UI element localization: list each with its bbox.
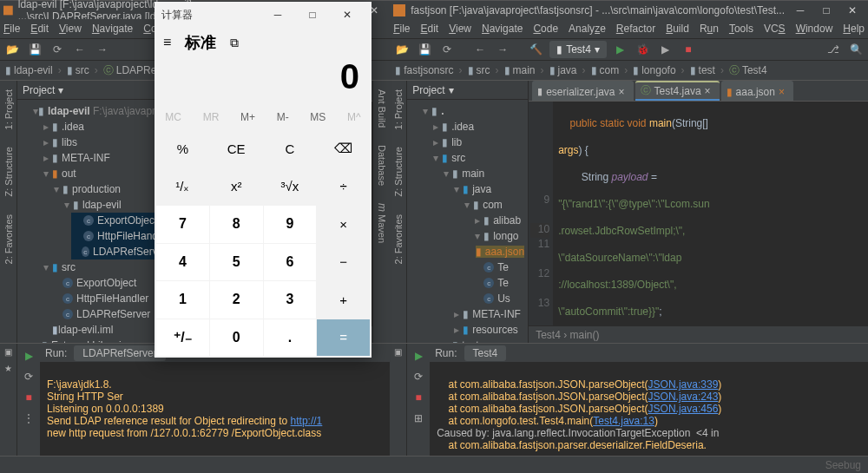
key-2[interactable]: 2 [210, 281, 263, 319]
key-6[interactable]: 6 [264, 244, 317, 281]
menu-window[interactable]: Window [796, 23, 833, 35]
key-dot[interactable]: . [264, 319, 317, 357]
menu-navigate[interactable]: Navigate [482, 23, 523, 35]
crumb-src[interactable]: src [76, 64, 89, 76]
close-button[interactable]: ✕ [840, 2, 865, 19]
key-c[interactable]: C [264, 130, 317, 168]
tool-database[interactable]: Database [377, 140, 387, 191]
key-div[interactable]: ÷ [317, 168, 370, 206]
stop-icon[interactable]: ■ [20, 389, 37, 406]
key-recip[interactable]: ¹/ₓ [156, 168, 209, 206]
key-9[interactable]: 9 [264, 206, 317, 243]
key-backspace[interactable]: ⌫ [317, 130, 370, 168]
hamburger-icon[interactable]: ≡ [163, 35, 171, 50]
key-eq[interactable]: = [317, 319, 370, 357]
tab-deserializer[interactable]: ▮eserializer.java× [532, 81, 633, 101]
rerun-icon[interactable]: ⟳ [410, 368, 427, 385]
menu-run[interactable]: Run [700, 23, 719, 35]
code-body-right[interactable]: public static void main(String[] args) {… [553, 102, 868, 325]
key-mul[interactable]: × [317, 206, 370, 243]
key-4[interactable]: 4 [156, 244, 209, 281]
mem-mminus[interactable]: M- [277, 111, 289, 123]
back-icon[interactable]: ← [471, 41, 489, 58]
build-icon[interactable]: 🔨 [527, 41, 544, 58]
menu-navigate[interactable]: Navigate [92, 23, 133, 35]
tab-aaajson[interactable]: ▮aaa.json× [721, 81, 793, 101]
tool-favorites[interactable]: 2: Favorites [3, 209, 14, 269]
sync-icon[interactable]: ⟳ [438, 41, 456, 58]
tree-root[interactable]: ldap-evil [48, 105, 90, 117]
mem-ms[interactable]: MS [310, 111, 326, 123]
key-7[interactable]: 7 [156, 206, 209, 243]
menu-edit[interactable]: Edit [421, 23, 439, 35]
save-icon[interactable]: 💾 [26, 41, 43, 58]
key-1[interactable]: 1 [156, 281, 209, 319]
run-output-right[interactable]: at com.alibaba.fastjson.JSON.parseObject… [430, 363, 868, 456]
rerun-icon[interactable]: ⟳ [20, 368, 37, 385]
run-config-select[interactable]: ▮Test4▾ [549, 41, 607, 58]
key-3[interactable]: 3 [264, 281, 317, 319]
mem-mplus[interactable]: M+ [240, 111, 255, 123]
tool-project[interactable]: 1: Project [3, 84, 14, 135]
key-sub[interactable]: − [317, 244, 370, 281]
coverage-icon[interactable]: ▶ [657, 41, 674, 58]
mem-mc[interactable]: MC [165, 111, 181, 123]
menu-file[interactable]: File [3, 23, 20, 35]
menu-view[interactable]: View [59, 23, 82, 35]
search-icon[interactable]: 🔍 [847, 41, 865, 58]
crumb-root[interactable]: ldap-evil [14, 64, 53, 76]
tool-structure[interactable]: Z: Structure [3, 141, 14, 201]
key-neg[interactable]: ⁺/₋ [156, 319, 209, 357]
run-icon[interactable]: ▶ [410, 347, 427, 365]
run-config-tab[interactable]: Test4 [464, 345, 507, 361]
tool-antbuild[interactable]: Ant Build [377, 84, 387, 133]
menu-analyze[interactable]: Analyze [569, 23, 606, 35]
run-link[interactable]: http://1 [291, 415, 323, 427]
more-icon[interactable]: ⋮ [20, 410, 37, 427]
menu-vcs[interactable]: VCS [764, 23, 786, 35]
key-cuberoot[interactable]: ³√x [264, 168, 317, 206]
menu-tools[interactable]: Tools [729, 23, 753, 35]
save-icon[interactable]: 💾 [416, 41, 433, 58]
open-icon[interactable]: 📂 [3, 41, 21, 58]
back-icon[interactable]: ← [71, 41, 89, 58]
minimize-button[interactable]: ─ [260, 2, 295, 28]
key-add[interactable]: + [317, 281, 370, 319]
key-percent[interactable]: % [156, 130, 209, 168]
layout-icon[interactable]: ⊞ [410, 410, 427, 427]
open-icon[interactable]: 📂 [393, 41, 411, 58]
menu-build[interactable]: Build [666, 23, 689, 35]
debug-icon[interactable]: 🐞 [635, 41, 652, 58]
git-icon[interactable]: ⎇ [825, 41, 842, 58]
mem-mhat[interactable]: M^ [347, 111, 361, 123]
tool-maven[interactable]: m Maven [376, 198, 388, 248]
project-tree-right[interactable]: ▾▮. ▸▮.idea ▸▮lib ▾▮src ▾▮main ▾▮java ▾▮… [407, 100, 528, 343]
menu-view[interactable]: View [449, 23, 471, 35]
tool-favorites[interactable]: 2: Favorites [393, 209, 404, 269]
tool-project[interactable]: 1: Project [393, 84, 404, 135]
menu-edit[interactable]: Edit [30, 23, 49, 35]
run-icon[interactable]: ▶ [612, 41, 629, 58]
tool-structure[interactable]: Z: Structure [393, 141, 404, 201]
key-5[interactable]: 5 [210, 244, 263, 281]
forward-icon[interactable]: → [94, 41, 111, 58]
project-tree[interactable]: ▾▮ldap-evil F:\java\javaproject... ▸▮.id… [17, 100, 173, 343]
keep-on-top-icon[interactable]: ⧉ [230, 36, 239, 50]
minimize-button[interactable]: ─ [788, 2, 812, 19]
menu-code[interactable]: Code [533, 23, 558, 35]
menu-file[interactable]: File [393, 23, 410, 35]
mem-mr[interactable]: MR [203, 111, 220, 123]
stop-icon[interactable]: ■ [410, 389, 427, 406]
menu-help[interactable]: Help [843, 23, 865, 35]
key-ce[interactable]: CE [210, 130, 263, 168]
tab-test4[interactable]: ⓒTest4.java× [635, 81, 720, 101]
sync-icon[interactable]: ⟳ [49, 41, 66, 58]
close-button[interactable]: ✕ [330, 2, 365, 28]
key-0[interactable]: 0 [210, 319, 263, 357]
maximize-button[interactable]: □ [814, 2, 838, 19]
menu-refactor[interactable]: Refactor [616, 23, 655, 35]
stop-icon[interactable]: ■ [680, 41, 697, 58]
key-sq[interactable]: x² [210, 168, 263, 206]
run-output[interactable]: F:\java\jdk1.8. String HTTP Ser Listenin… [40, 363, 390, 456]
maximize-button[interactable]: □ [295, 2, 330, 28]
